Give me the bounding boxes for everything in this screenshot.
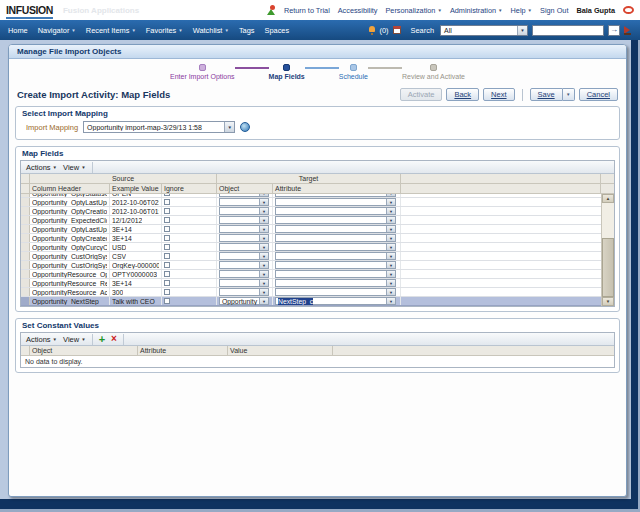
attribute-select[interactable]: NextStep_c▼: [275, 297, 396, 305]
scroll-up-icon[interactable]: ▲: [602, 194, 614, 203]
table-row[interactable]: Opportunity_OptyCurcyCodeUSD▼▼: [21, 243, 601, 252]
chevron-down-icon[interactable]: ▼: [259, 194, 268, 196]
attribute-select[interactable]: ▼: [275, 225, 396, 233]
ignore-checkbox[interactable]: [164, 253, 170, 259]
ignore-checkbox[interactable]: [164, 199, 170, 205]
object-select[interactable]: ▼: [219, 288, 269, 296]
administration-menu[interactable]: Administration▼: [450, 6, 503, 15]
chevron-down-icon[interactable]: ▼: [386, 262, 395, 268]
ignore-checkbox[interactable]: [164, 298, 170, 304]
row-selector[interactable]: [21, 198, 30, 206]
ignore-checkbox[interactable]: [164, 235, 170, 241]
back-button[interactable]: Back: [446, 88, 479, 101]
ignore-checkbox[interactable]: [164, 226, 170, 232]
refresh-mapping-icon[interactable]: [240, 122, 250, 132]
search-scope-select[interactable]: All ▼: [440, 25, 528, 36]
attribute-select[interactable]: ▼: [275, 261, 396, 269]
chevron-down-icon[interactable]: ▼: [386, 280, 395, 286]
chevron-down-icon[interactable]: ▼: [259, 298, 268, 304]
object-select[interactable]: ▼: [219, 198, 269, 206]
chevron-down-icon[interactable]: ▼: [259, 235, 268, 241]
personalization-menu[interactable]: Personalization▼: [386, 6, 442, 15]
chevron-down-icon[interactable]: ▼: [386, 217, 395, 223]
scrollbar-track[interactable]: [602, 203, 614, 297]
table-row[interactable]: OpportunityResource_OptyNumberOPTY000000…: [21, 270, 601, 279]
attribute-select[interactable]: ▼: [275, 243, 396, 251]
table-row[interactable]: Opportunity_OptyLastUpdatedBy3E+14▼▼: [21, 225, 601, 234]
nav-recent-items[interactable]: Recent Items▼: [86, 26, 136, 35]
chevron-down-icon[interactable]: ▼: [259, 226, 268, 232]
chevron-down-icon[interactable]: ▼: [259, 280, 268, 286]
attribute-select[interactable]: ▼: [275, 279, 396, 287]
add-row-icon[interactable]: +: [99, 334, 105, 344]
chevron-down-icon[interactable]: ▼: [259, 208, 268, 214]
chevron-down-icon[interactable]: ▼: [259, 244, 268, 250]
row-selector[interactable]: [21, 243, 30, 251]
attribute-select[interactable]: ▼: [275, 288, 396, 296]
chevron-down-icon[interactable]: ▼: [386, 244, 395, 250]
attribute-select[interactable]: ▼: [275, 198, 396, 206]
attribute-select[interactable]: ▼: [275, 194, 396, 197]
attribute-select[interactable]: ▼: [275, 252, 396, 260]
search-input[interactable]: [532, 25, 604, 36]
row-selector[interactable]: [21, 234, 30, 242]
notifications-bell-icon[interactable]: [368, 26, 376, 35]
cancel-button[interactable]: Cancel: [579, 88, 618, 101]
row-selector[interactable]: [21, 207, 30, 215]
ignore-checkbox[interactable]: [164, 244, 170, 250]
actions-menu[interactable]: Actions▼: [26, 163, 57, 172]
chevron-down-icon[interactable]: ▼: [259, 199, 268, 205]
row-selector[interactable]: [21, 288, 30, 296]
help-menu[interactable]: Help▼: [511, 6, 532, 15]
view-menu[interactable]: View▼: [63, 163, 86, 172]
chevron-down-icon[interactable]: ▼: [386, 199, 395, 205]
sign-out-link[interactable]: Sign Out: [540, 6, 568, 15]
table-row[interactable]: Opportunity_CustOrigSystemCSV▼▼: [21, 252, 601, 261]
attribute-select[interactable]: ▼: [275, 270, 396, 278]
next-button[interactable]: Next: [483, 88, 514, 101]
row-selector[interactable]: [21, 216, 30, 224]
nav-spaces[interactable]: Spaces: [265, 26, 290, 35]
row-selector[interactable]: [21, 261, 30, 269]
save-dropdown-button[interactable]: ▼: [563, 88, 575, 101]
chevron-down-icon[interactable]: ▼: [259, 271, 268, 277]
chevron-down-icon[interactable]: ▼: [259, 253, 268, 259]
object-select[interactable]: ▼: [219, 261, 269, 269]
vertical-scrollbar[interactable]: ▲ ▼: [601, 194, 614, 306]
return-to-trial-link[interactable]: Return to Trial: [284, 6, 330, 15]
chevron-down-icon[interactable]: ▼: [386, 194, 395, 196]
object-select[interactable]: ▼: [219, 194, 269, 197]
nav-watchlist[interactable]: Watchlist▼: [193, 26, 229, 35]
table-row[interactable]: OpportunityResource_AccessCode300▼▼: [21, 288, 601, 297]
object-select[interactable]: ▼: [219, 216, 269, 224]
ignore-checkbox[interactable]: [164, 208, 170, 214]
ignore-checkbox[interactable]: [164, 280, 170, 286]
accessibility-link[interactable]: Accessibility: [338, 6, 378, 15]
import-mapping-select[interactable]: Opportunity import-map-3/29/13 1:58 ▼: [83, 121, 235, 133]
object-select[interactable]: ▼: [219, 270, 269, 278]
chevron-down-icon[interactable]: ▼: [259, 289, 268, 295]
table-row[interactable]: OpportunityResource_ResourceId3E+14▼▼: [21, 279, 601, 288]
scroll-down-icon[interactable]: ▼: [602, 297, 614, 306]
chevron-down-icon[interactable]: ▼: [386, 253, 395, 259]
chevron-down-icon[interactable]: ▼: [386, 226, 395, 232]
ignore-checkbox[interactable]: [164, 271, 170, 277]
row-selector[interactable]: [21, 270, 30, 278]
delete-row-icon[interactable]: ×: [111, 334, 117, 344]
object-select[interactable]: ▼: [219, 243, 269, 251]
ignore-checkbox[interactable]: [164, 194, 170, 196]
nav-home[interactable]: Home: [8, 26, 28, 35]
object-select[interactable]: Opportunity▼: [219, 297, 269, 305]
chevron-down-icon[interactable]: ▼: [224, 122, 234, 132]
advanced-search-icon[interactable]: [624, 26, 632, 35]
table-row[interactable]: Opportunity_ExpectedCloseDate12/1/2012▼▼: [21, 216, 601, 225]
actions-menu[interactable]: Actions▼: [26, 335, 57, 344]
train-step-map-fields[interactable]: Map Fields: [269, 64, 305, 80]
object-select[interactable]: ▼: [219, 234, 269, 242]
row-selector[interactable]: [21, 297, 30, 305]
object-select[interactable]: ▼: [219, 225, 269, 233]
train-step-schedule[interactable]: Schedule: [339, 64, 368, 80]
ignore-checkbox[interactable]: [164, 217, 170, 223]
chevron-down-icon[interactable]: ▼: [386, 208, 395, 214]
table-row[interactable]: Opportunity_CustOrigSystemRefOrgKey-0000…: [21, 261, 601, 270]
